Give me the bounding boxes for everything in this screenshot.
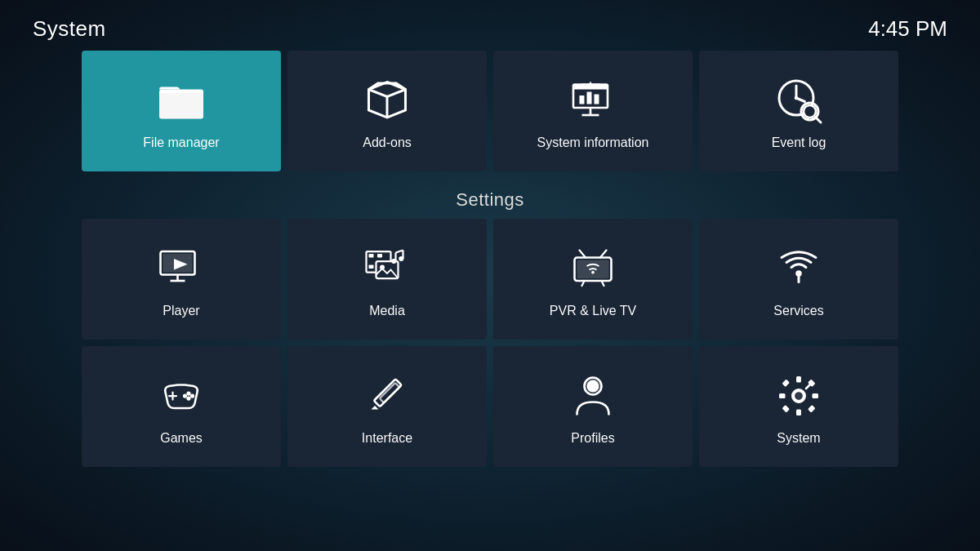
svg-marker-56	[372, 406, 379, 410]
svg-point-18	[795, 96, 799, 100]
tile-interface-label: Interface	[362, 430, 412, 446]
tile-services[interactable]: Services	[699, 219, 898, 340]
svg-rect-9	[587, 92, 592, 104]
svg-point-46	[591, 271, 595, 274]
svg-rect-67	[782, 380, 790, 388]
svg-rect-29	[369, 254, 374, 258]
tile-system-label: System	[777, 430, 820, 446]
profiles-icon	[567, 370, 619, 422]
addons-icon	[361, 74, 413, 127]
svg-line-42	[580, 251, 586, 258]
svg-point-52	[190, 394, 194, 398]
settings-tiles-grid: Player	[82, 219, 898, 467]
tile-games-label: Games	[160, 430, 203, 446]
svg-rect-65	[779, 393, 786, 398]
tile-event-log-label: Event log	[772, 135, 826, 150]
svg-rect-31	[369, 265, 374, 269]
svg-point-39	[399, 256, 403, 261]
svg-point-60	[587, 380, 599, 393]
svg-line-43	[600, 251, 607, 258]
tile-services-label: Services	[773, 303, 823, 318]
tile-player[interactable]: Player	[82, 219, 281, 340]
svg-rect-8	[580, 96, 585, 104]
app-title: System	[33, 16, 106, 42]
svg-rect-63	[796, 376, 801, 383]
pvr-icon	[567, 242, 619, 295]
svg-rect-55	[374, 380, 402, 407]
tile-games[interactable]: Games	[82, 346, 281, 467]
tile-pvr-live-tv-label: PVR & Live TV	[550, 303, 636, 318]
tile-add-ons-label: Add-ons	[363, 135, 412, 150]
tile-interface[interactable]: Interface	[287, 346, 487, 467]
tile-profiles-label: Profiles	[571, 430, 614, 446]
tile-system-information[interactable]: System information	[493, 51, 693, 171]
tile-add-ons[interactable]: Add-ons	[287, 51, 487, 171]
svg-rect-69	[782, 405, 790, 413]
tile-file-manager-label: File manager	[143, 135, 219, 150]
player-icon	[155, 242, 207, 295]
svg-rect-70	[808, 405, 816, 413]
media-icon	[361, 242, 413, 295]
clock: 4:45 PM	[868, 16, 947, 42]
svg-rect-10	[595, 95, 599, 104]
header: System 4:45 PM	[0, 0, 980, 51]
tile-media-label: Media	[369, 303, 405, 318]
folder-icon	[155, 74, 207, 127]
system-icon	[773, 370, 825, 422]
games-icon	[155, 370, 207, 422]
svg-point-38	[391, 259, 396, 264]
svg-rect-30	[377, 254, 382, 258]
top-tiles-row: File manager Add-ons	[82, 51, 898, 171]
tile-pvr-live-tv[interactable]: PVR & Live TV	[493, 219, 693, 340]
svg-point-54	[183, 394, 187, 398]
tile-file-manager[interactable]: File manager	[82, 51, 281, 171]
services-icon	[773, 242, 825, 295]
interface-icon	[361, 370, 413, 422]
tile-media[interactable]: Media	[287, 219, 487, 340]
main-content: File manager Add-ons	[0, 51, 980, 467]
tile-system[interactable]: System	[699, 346, 898, 467]
eventlog-icon	[773, 74, 825, 127]
svg-line-20	[816, 118, 821, 122]
svg-rect-64	[796, 410, 801, 416]
tile-event-log[interactable]: Event log	[699, 51, 898, 171]
tile-player-label: Player	[163, 303, 199, 318]
settings-section-label: Settings	[82, 178, 898, 219]
svg-point-51	[186, 392, 190, 396]
tile-profiles[interactable]: Profiles	[493, 346, 693, 467]
svg-rect-33	[376, 261, 399, 278]
tile-system-information-label: System information	[537, 135, 649, 150]
svg-point-53	[186, 397, 190, 401]
svg-rect-66	[813, 393, 819, 398]
sysinfo-icon	[567, 74, 619, 127]
svg-rect-1	[159, 93, 203, 119]
svg-line-36	[396, 251, 403, 253]
